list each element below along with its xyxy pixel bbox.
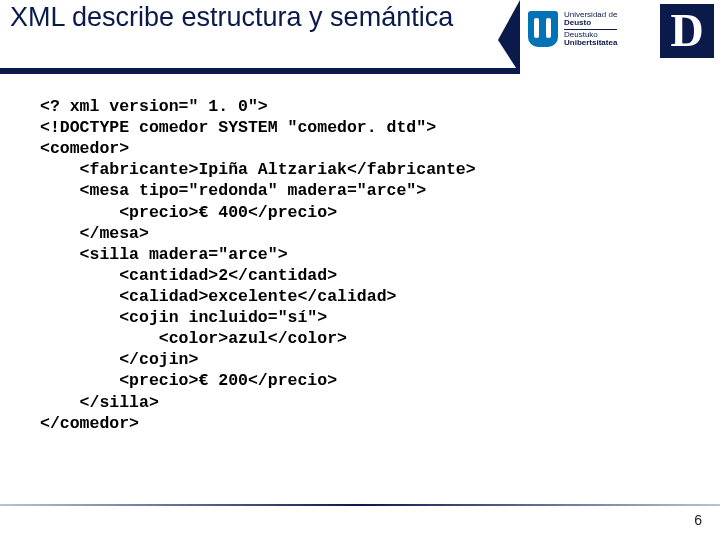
shield-icon: [528, 11, 558, 47]
slide-header: XML describe estructura y semántica Univ…: [0, 0, 720, 74]
logo-letter: D: [660, 4, 714, 58]
xml-code-block: <? xml version=" 1. 0"> <!DOCTYPE comedo…: [40, 96, 476, 434]
university-logo: Universidad de Deusto Deustuko Unibertsi…: [520, 0, 720, 74]
slide-title: XML describe estructura y semántica: [10, 2, 453, 33]
university-text: Universidad de Deusto Deustuko Unibertsi…: [564, 11, 617, 48]
page-number: 6: [694, 512, 702, 528]
footer-divider: [0, 504, 720, 506]
